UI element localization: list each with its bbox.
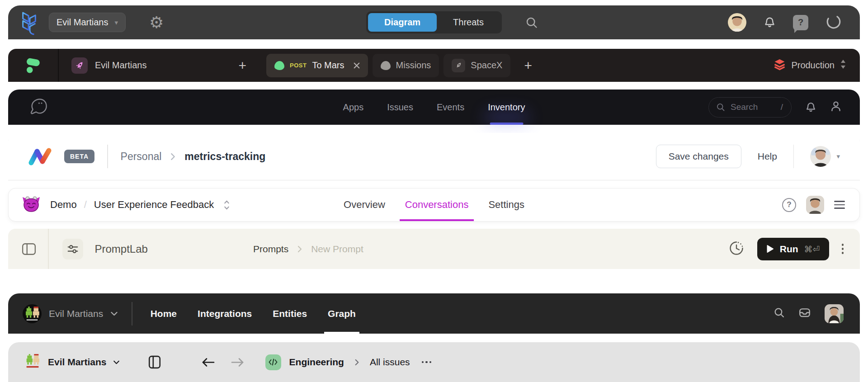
search-input[interactable]: Search / (708, 97, 792, 118)
sidebar-toggle-icon[interactable] (22, 242, 36, 256)
toolbar-promptlab: PromptLab Prompts New Prompt Run (8, 229, 860, 269)
sidebar-toggle-icon[interactable] (148, 355, 161, 369)
nav-item-graph[interactable]: Graph (328, 293, 356, 334)
keyboard-shortcut: ⌘⏎ (804, 244, 820, 254)
breadcrumb-current: New Prompt (311, 244, 363, 255)
pink-rocket-icon (71, 57, 88, 74)
request-tabs: POST To Mars Missions (266, 54, 532, 77)
search-icon[interactable] (525, 16, 538, 29)
toolbar-diagram-app: Evil Martians ▾ ⚙ Diagram Threats (8, 5, 860, 39)
play-icon (766, 245, 774, 253)
tab-to-mars[interactable]: POST To Mars (266, 54, 368, 77)
avatar[interactable] (825, 304, 844, 323)
more-options-icon[interactable] (422, 361, 432, 363)
chevron-down-icon[interactable] (110, 311, 118, 316)
main-nav: Apps Issues Events Inventory (343, 90, 525, 125)
tab-missions[interactable]: Missions (373, 54, 439, 77)
avatar[interactable] (810, 146, 831, 167)
tab-diagram[interactable]: Diagram (368, 13, 437, 32)
help-icon[interactable]: ? (782, 198, 796, 212)
request-blob-icon (274, 61, 284, 70)
spinner-icon (826, 14, 842, 32)
gear-icon[interactable]: ⚙ (149, 14, 164, 31)
search-icon[interactable] (774, 307, 785, 320)
help-link[interactable]: Help (758, 151, 777, 162)
caret-down-icon[interactable]: ▾ (836, 152, 840, 160)
close-icon[interactable] (354, 62, 360, 69)
folder-blob-icon (381, 61, 391, 70)
avatar[interactable] (728, 13, 746, 32)
breadcrumb-team[interactable]: Engineering (289, 357, 344, 368)
kebab-menu-icon[interactable] (842, 244, 844, 254)
inbox-icon[interactable] (798, 307, 811, 320)
ghost-logo (28, 96, 50, 118)
nav-item-inventory[interactable]: Inventory (488, 90, 525, 125)
divider (793, 145, 794, 168)
bell-icon[interactable] (805, 100, 816, 114)
tab-overview[interactable]: Overview (344, 189, 385, 221)
environment-selector[interactable]: Production (774, 58, 860, 73)
blue-leaf-logo (20, 10, 39, 35)
project-name[interactable]: Demo (50, 199, 77, 211)
user-icon[interactable] (830, 100, 842, 114)
chevron-down-icon[interactable] (113, 360, 120, 365)
rocket-icon (452, 59, 465, 72)
back-arrow-icon[interactable] (201, 357, 215, 368)
active-tab-underline (324, 332, 359, 334)
toolbar-graph-app: Evil Martians Home Integrations Entities… (8, 293, 860, 334)
tab-settings[interactable]: Settings (488, 189, 524, 221)
shortcut-hint: / (781, 102, 783, 112)
nav-item-apps[interactable]: Apps (343, 90, 364, 125)
app-title: PromptLab (95, 243, 148, 255)
tab-label: SpaceX (471, 60, 502, 71)
nav-item-entities[interactable]: Entities (273, 293, 307, 334)
workspace-name: Evil Martians (57, 17, 108, 28)
help-bubble-icon[interactable]: ? (793, 15, 808, 30)
divider (132, 302, 132, 325)
forward-arrow-icon[interactable] (231, 357, 245, 368)
breadcrumb-separator: / (84, 199, 87, 211)
history-clock-icon[interactable] (728, 240, 745, 258)
code-team-icon (265, 354, 281, 370)
view-segmented-control: Diagram Threats (366, 11, 502, 33)
sort-updown-icon[interactable] (223, 199, 231, 211)
workspace-avatar[interactable] (24, 352, 42, 373)
add-workspace-icon[interactable]: + (238, 59, 246, 72)
nav-item-home[interactable]: Home (151, 293, 177, 334)
breadcrumb-view[interactable]: All issues (370, 357, 410, 368)
page-tabs: Overview Conversations Settings (344, 189, 524, 221)
avatar[interactable] (806, 196, 824, 214)
beta-badge: BETA (64, 150, 94, 163)
menu-icon[interactable] (834, 201, 845, 209)
n-zigzag-logo (27, 146, 53, 166)
workspace-name[interactable]: Evil Martians (49, 308, 103, 319)
active-tab-underline (490, 123, 523, 125)
tab-spacex[interactable]: SpaceX (443, 54, 510, 77)
workspace-dropdown[interactable]: Evil Martians ▾ (49, 13, 126, 32)
chevron-right-icon (354, 358, 360, 366)
sliders-icon[interactable] (62, 239, 83, 259)
breadcrumb-workspace[interactable]: Personal (121, 151, 162, 163)
tab-conversations[interactable]: Conversations (405, 189, 469, 221)
divider (107, 145, 108, 168)
caret-down-icon: ▾ (114, 19, 118, 26)
new-tab-icon[interactable]: + (524, 59, 532, 72)
nav-item-issues[interactable]: Issues (387, 90, 413, 125)
search-placeholder: Search (731, 102, 758, 112)
toolbar-metrics-app: BETA Personal metrics-tracking Save chan… (8, 133, 860, 180)
bell-icon[interactable] (764, 15, 776, 30)
tab-threats[interactable]: Threats (437, 13, 500, 32)
toolbar-issues-app: Evil Martians Engineering (8, 342, 860, 382)
workspace-name[interactable]: Evil Martians (48, 357, 107, 368)
martian-mascot-icon (22, 195, 40, 214)
nav-item-integrations[interactable]: Integrations (198, 293, 252, 334)
workspace-header[interactable]: Evil Martians + (59, 57, 260, 74)
run-button[interactable]: Run ⌘⏎ (757, 238, 829, 260)
save-changes-button[interactable]: Save changes (656, 145, 741, 168)
divider (48, 229, 49, 269)
nav-item-events[interactable]: Events (437, 90, 464, 125)
workspace-avatar[interactable] (23, 304, 42, 323)
breadcrumb-prompts[interactable]: Prompts (253, 244, 288, 255)
toolbar-feedback-app: Demo / User Experience Feedback Overview… (8, 188, 860, 222)
workspace-name: Evil Martians (95, 60, 146, 71)
